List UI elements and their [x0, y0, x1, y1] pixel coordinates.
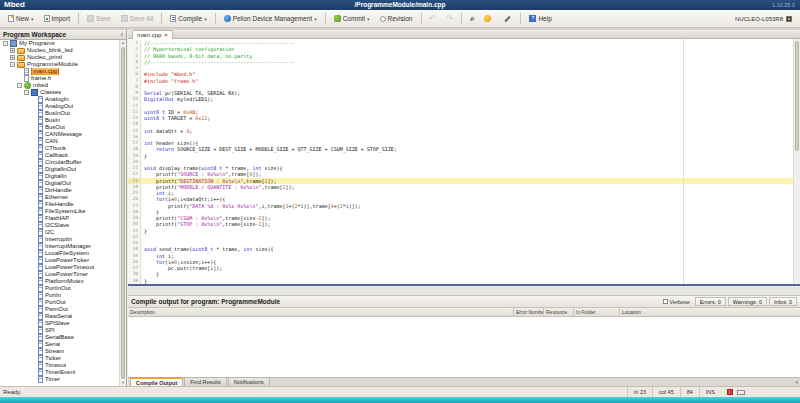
column-header-error-number[interactable]: Error Number — [514, 308, 544, 316]
editor-scrollbar[interactable] — [793, 39, 800, 284]
tree-item-i2cslave[interactable]: I2CSlave — [0, 222, 119, 229]
format-code-button[interactable] — [499, 12, 516, 25]
pelion-device-management-button[interactable]: Pelion Device Management▾ — [220, 12, 321, 25]
tree-expander-icon[interactable]: - — [24, 90, 29, 95]
tree-item-flashiap[interactable]: FlashIAP — [0, 215, 119, 222]
tree-item-filehandle[interactable]: FileHandle — [0, 201, 119, 208]
close-tab-icon[interactable]: × — [164, 32, 168, 38]
column-header-location[interactable]: Location — [620, 308, 800, 316]
tree-item-businout[interactable]: BusInOut — [0, 110, 119, 117]
tree-item-label: BusIn — [45, 117, 60, 124]
tab-compile-output[interactable]: Compile Output — [130, 377, 183, 386]
tree-item-frame-h[interactable]: frame.h — [0, 75, 119, 82]
tree-item-pwmout[interactable]: PwmOut — [0, 306, 119, 313]
tree-item-programmemodule[interactable]: -ProgrammeModule — [0, 61, 119, 68]
tree-item-dirhandle[interactable]: DirHandle — [0, 187, 119, 194]
tree-item-digitalin[interactable]: DigitalIn — [0, 173, 119, 180]
platform-selector-button[interactable]: NUCLEO-L053R8 — [731, 12, 796, 25]
tree-expander-icon[interactable]: - — [17, 83, 22, 88]
code-text: DigitalOut myled(LED1); — [141, 96, 213, 102]
tree-item-callback[interactable]: Callback — [0, 152, 119, 159]
tree-item-timer[interactable]: Timer — [0, 376, 119, 383]
tree-item-platformmutex[interactable]: PlatformMutex — [0, 278, 119, 285]
collapse-sidebar-icon[interactable]: ‹ — [121, 30, 123, 40]
tree-item-interruptin[interactable]: InterruptIn — [0, 236, 119, 243]
tree-item-timeout[interactable]: Timeout — [0, 362, 119, 369]
platform-name: NUCLEO-L053R8 — [735, 16, 783, 22]
tree-item-serial[interactable]: Serial — [0, 341, 119, 348]
revision-button[interactable]: Revision — [376, 12, 417, 25]
import-button[interactable]: Import — [40, 12, 74, 25]
output-table-body[interactable] — [128, 317, 800, 377]
code-area[interactable]: 1//-------------------------------------… — [128, 39, 793, 284]
tree-expander-icon[interactable]: + — [10, 55, 15, 60]
tree-item-rawserial[interactable]: RawSerial — [0, 313, 119, 320]
redo-button[interactable]: ↷ — [442, 12, 457, 25]
column-header-description[interactable]: Description — [128, 308, 514, 316]
tree-item-main-cpp[interactable]: main.cpp — [0, 68, 119, 75]
tree-item-ethernet[interactable]: Ethernet — [0, 194, 119, 201]
tree-item-filesystemlike[interactable]: FileSystemLike — [0, 208, 119, 215]
tree-item-lowpowertimeout[interactable]: LowPowerTimeout — [0, 264, 119, 271]
tree-item-digitalinout[interactable]: DigitalInOut — [0, 166, 119, 173]
tab-notifications[interactable]: Notifications — [228, 377, 270, 386]
tree-item-analogin[interactable]: AnalogIn — [0, 96, 119, 103]
tree-item-spislave[interactable]: SPISlave — [0, 320, 119, 327]
tree-item-circularbuffer[interactable]: CircularBuffer — [0, 159, 119, 166]
sidebar-scrollbar[interactable]: ▲ ▼ — [119, 40, 126, 386]
tree-item-can[interactable]: CAN — [0, 138, 119, 145]
class-icon — [38, 131, 43, 138]
tree-item-i2c[interactable]: I2C — [0, 229, 119, 236]
tree-item-busin[interactable]: BusIn — [0, 117, 119, 124]
sidebar-scrollbar-thumb[interactable] — [121, 47, 125, 379]
tree-item-stream[interactable]: Stream — [0, 348, 119, 355]
tab-main-cpp[interactable]: main.cpp × — [132, 30, 173, 39]
help-button[interactable]: ?Help — [525, 12, 555, 25]
tree-item-digitalout[interactable]: DigitalOut — [0, 180, 119, 187]
tree-item-my-programs[interactable]: -My Programs — [0, 40, 119, 47]
code-token: } — [144, 278, 147, 284]
tree-item-lowpowerticker[interactable]: LowPowerTicker — [0, 257, 119, 264]
tree-item-serialbase[interactable]: SerialBase — [0, 334, 119, 341]
panel-splitter[interactable] — [128, 284, 800, 295]
tab-find-results[interactable]: Find Results — [184, 377, 227, 386]
undo-button[interactable]: ↶ — [426, 12, 441, 25]
tree-expander-icon[interactable]: - — [10, 62, 15, 67]
compile-button[interactable]: Compile▾ — [166, 12, 210, 25]
tree-item-classes[interactable]: -Classes — [0, 89, 119, 96]
scroll-up-icon[interactable]: ▲ — [120, 40, 126, 46]
verbose-toggle[interactable]: Verbose — [663, 299, 690, 305]
new-button[interactable]: New▾ — [4, 12, 38, 25]
verbose-checkbox[interactable] — [663, 299, 668, 304]
tree-item-spi[interactable]: SPI — [0, 327, 119, 334]
keyboard-status-icon[interactable] — [737, 390, 745, 395]
tree-item-localfilesystem[interactable]: LocalFileSystem — [0, 250, 119, 257]
column-header-in-folder[interactable]: In Folder — [574, 308, 620, 316]
tree-expander-icon[interactable]: + — [10, 48, 15, 53]
save-button[interactable]: Save — [83, 12, 115, 25]
tree-item-interruptmanager[interactable]: InterruptManager — [0, 243, 119, 250]
tree-item-lowpowertimer[interactable]: LowPowerTimer — [0, 271, 119, 278]
tree-item-portinout[interactable]: PortInOut — [0, 285, 119, 292]
editor-scrollbar-thumb[interactable] — [795, 41, 799, 151]
code-token: //--------------------------------------… — [144, 40, 295, 46]
compile-all-button[interactable] — [480, 12, 497, 25]
tree-item-portin[interactable]: PortIn — [0, 292, 119, 299]
tree-item-timerevent[interactable]: TimerEvent — [0, 369, 119, 376]
tree-item-analogout[interactable]: AnalogOut — [0, 103, 119, 110]
output-tabs-overflow-icon[interactable]: ▾ — [795, 379, 798, 385]
tree-item-portout[interactable]: PortOut — [0, 299, 119, 306]
tree-item-canmessage[interactable]: CANMessage — [0, 131, 119, 138]
tree-item-busout[interactable]: BusOut — [0, 124, 119, 131]
tree-item-nucleo-blink-led[interactable]: +Nucleo_blink_led — [0, 47, 119, 54]
commit-button[interactable]: Commit▾ — [330, 12, 374, 25]
find-button[interactable]: ⌕ — [466, 12, 478, 25]
column-header-resource[interactable]: Resource — [544, 308, 574, 316]
tree-item-mbed[interactable]: -mbed — [0, 82, 119, 89]
tree-item-cthunk[interactable]: CThunk — [0, 145, 119, 152]
save-all-button[interactable]: Save All — [117, 12, 158, 25]
tree-item-nucleo-printf[interactable]: +Nucleo_printf — [0, 54, 119, 61]
tree-item-label: Ticker — [45, 355, 61, 362]
tree-expander-icon[interactable]: - — [3, 41, 8, 46]
tree-item-ticker[interactable]: Ticker — [0, 355, 119, 362]
